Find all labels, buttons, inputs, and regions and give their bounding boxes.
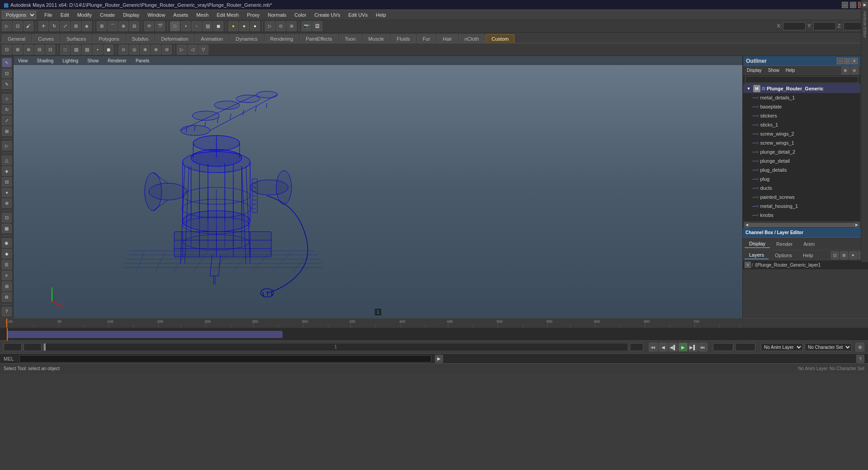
move-btn[interactable]: ✛ — [38, 21, 48, 31]
light3-btn[interactable]: ● — [250, 21, 260, 31]
cb-tab-anim[interactable]: Anim — [799, 240, 819, 248]
hypershade-btn[interactable]: ◆ — [2, 249, 12, 258]
tab-animation[interactable]: Animation — [195, 34, 229, 43]
play-prev-key-btn[interactable]: ◀ — [659, 343, 668, 352]
tab-painteffects[interactable]: PaintEffects — [300, 34, 338, 43]
snap-ep-tb2[interactable]: ⊛ — [24, 45, 33, 55]
outliner-item-7[interactable]: —○ plunge_detail — [743, 156, 860, 165]
question-btn[interactable]: ? — [2, 307, 12, 316]
outliner-item-9[interactable]: —○ plug — [743, 174, 860, 183]
view3-tb2[interactable]: ▽ — [198, 45, 208, 55]
shading2-tb2[interactable]: ▧ — [71, 45, 81, 55]
select-hierarchy-btn[interactable]: ▷ — [2, 21, 12, 31]
scrub-handle[interactable] — [44, 343, 46, 351]
lighting-menu[interactable]: Lighting — [60, 58, 81, 64]
outliner-collapse-btn[interactable]: ⊖ — [850, 66, 859, 75]
maximize-button[interactable]: □ — [850, 2, 856, 8]
menu-proxy[interactable]: Proxy — [243, 11, 263, 19]
paint-tool-btn[interactable]: ✎ — [2, 80, 12, 89]
outliner-item-8[interactable]: —○ plug_details — [743, 165, 860, 174]
menu-mesh[interactable]: Mesh — [193, 11, 212, 19]
cluster-btn[interactable]: ✦ — [2, 188, 12, 197]
show-manips-btn[interactable]: ▷ — [265, 21, 275, 31]
cb-subtab-layers[interactable]: Layers — [745, 251, 769, 259]
layer-tool-3[interactable]: ✦ — [849, 251, 857, 259]
help-line-btn[interactable]: ? — [856, 355, 864, 363]
timeline-start-value[interactable]: 1.00 — [24, 343, 42, 351]
image-plane-btn[interactable]: 🖼 — [312, 21, 322, 31]
view-menu[interactable]: View — [15, 58, 31, 64]
outliner-hscrollbar[interactable] — [750, 223, 854, 227]
outliner-close-btn[interactable]: ✕ — [851, 58, 858, 64]
soft-mod-btn[interactable]: ◈ — [82, 21, 92, 31]
menu-window[interactable]: Window — [144, 11, 169, 19]
minimize-button[interactable]: − — [842, 2, 848, 8]
outliner-scroll-right-btn[interactable]: ▶ — [854, 222, 859, 228]
layer-row-1[interactable]: V / /|Plunge_Router_Generic_layer1 — [743, 260, 868, 269]
menu-create-uvs[interactable]: Create UVs — [311, 11, 344, 19]
outliner-item-13[interactable]: —○ knobs — [743, 211, 860, 220]
layer-tool-2[interactable]: ⊞ — [840, 251, 848, 259]
show-manip-tool-btn[interactable]: ▷ — [2, 141, 12, 150]
camera-btn[interactable]: 📷 — [302, 21, 311, 31]
outliner-min-btn[interactable]: − — [837, 58, 843, 64]
shading3-tb2[interactable]: ▨ — [82, 45, 92, 55]
menu-file[interactable]: File — [41, 11, 56, 19]
shading5-tb2[interactable]: ◼ — [104, 45, 113, 55]
lattice-btn[interactable]: ⊟ — [2, 177, 12, 187]
hardware-shade-btn[interactable]: ◼ — [213, 21, 223, 31]
shading4-tb2[interactable]: ▪ — [93, 45, 103, 55]
outliner-scroll-left-btn[interactable]: ◀ — [744, 222, 750, 228]
play-step-fwd-btn[interactable]: ▶▌ — [689, 343, 698, 352]
shaded-wire-btn[interactable]: ▨ — [203, 21, 212, 31]
outliner-item-12[interactable]: —○ metal_housing_1 — [743, 202, 860, 211]
outliner-item-3[interactable]: —○ sticks_1 — [743, 120, 860, 129]
cb-tab-display[interactable]: Display — [745, 240, 770, 248]
channel-box-btn[interactable]: ⊞ — [2, 282, 12, 291]
flat-shade-btn[interactable]: ▫ — [192, 21, 202, 31]
mel-input[interactable] — [19, 355, 432, 362]
scale-tool-btn[interactable]: ⤢ — [2, 116, 12, 125]
cb-subtab-options[interactable]: Options — [770, 252, 797, 259]
cb-tab-render[interactable]: Render — [772, 240, 797, 248]
menu-modify[interactable]: Modify — [74, 11, 95, 19]
renderer-menu[interactable]: Renderer — [105, 58, 129, 64]
show2-tb2[interactable]: ◎ — [129, 45, 139, 55]
view1-tb2[interactable]: ▷ — [177, 45, 187, 55]
timeline-end-1[interactable]: 24.00 — [713, 343, 733, 351]
timeline-track[interactable] — [0, 328, 868, 341]
tab-rendering[interactable]: Rendering — [264, 34, 299, 43]
tab-curves[interactable]: Curves — [32, 34, 60, 43]
viewport[interactable]: View Shading Lighting Show Renderer Pane… — [14, 56, 742, 318]
timeline-settings-btn[interactable]: ⚙ — [855, 343, 864, 352]
workspace-selector[interactable]: Polygons — [2, 11, 36, 19]
outliner-item-root[interactable]: ▼ M ⊡ Plunge_Router_Generic — [743, 84, 860, 93]
sculpt-btn[interactable]: ◈ — [2, 166, 12, 176]
tab-subdivs[interactable]: Subdvs — [126, 34, 155, 43]
outliner-btn[interactable]: ☰ — [2, 260, 12, 269]
lasso-select-btn[interactable]: ⊡ — [13, 21, 23, 31]
snap-curve-btn[interactable]: ⌒ — [108, 21, 118, 31]
tab-toon[interactable]: Toon — [339, 34, 362, 43]
menu-edit-mesh[interactable]: Edit Mesh — [213, 11, 242, 19]
select-tool-btn[interactable]: ↖ — [2, 58, 12, 67]
play-step-back-btn[interactable]: ◀▌ — [669, 343, 678, 352]
light2-btn[interactable]: ● — [239, 21, 249, 31]
show-menu[interactable]: Show — [85, 58, 101, 64]
timeline-scrub-bar[interactable]: 1 — [43, 343, 628, 351]
y-input[interactable] — [813, 22, 836, 30]
outliner-max-btn[interactable]: □ — [844, 58, 850, 64]
play-forward-btn[interactable]: ▶ — [679, 343, 688, 352]
menu-edit-uvs[interactable]: Edit UVs — [344, 11, 371, 19]
snap-point-btn[interactable]: ⊕ — [118, 21, 128, 31]
layer-tool-1[interactable]: ⊡ — [831, 251, 839, 259]
paint-select-btn[interactable]: 🖌 — [24, 21, 33, 31]
create-poly-btn[interactable]: △ — [2, 155, 12, 165]
isolate-btn[interactable]: ⊛ — [287, 21, 297, 31]
cb-subtab-help[interactable]: Help — [798, 252, 818, 259]
move-tool-btn[interactable]: ⊹ — [2, 94, 12, 103]
play-jump-start-btn[interactable]: ⏮ — [649, 343, 658, 352]
outliner-item-4[interactable]: —○ screw_wings_2 — [743, 129, 860, 138]
outliner-item-10[interactable]: —○ ducts — [743, 183, 860, 193]
outliner-item-0[interactable]: —○ metal_details_1 — [743, 93, 860, 102]
